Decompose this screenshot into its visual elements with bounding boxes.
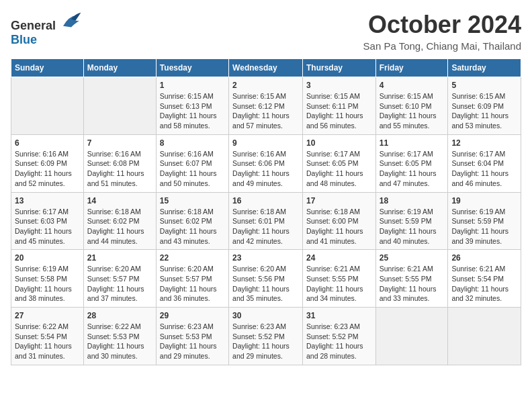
day-number: 1 <box>160 81 225 90</box>
day-number: 5 <box>451 81 517 90</box>
day-number: 27 <box>15 311 80 320</box>
day-number: 23 <box>232 253 299 263</box>
day-info: Sunrise: 6:21 AM Sunset: 5:55 PM Dayligh… <box>306 264 372 304</box>
calendar-cell: 12Sunrise: 6:17 AM Sunset: 6:04 PM Dayli… <box>448 134 521 192</box>
day-number: 11 <box>380 138 445 148</box>
calendar-cell: 18Sunrise: 6:19 AM Sunset: 5:59 PM Dayli… <box>375 192 448 250</box>
day-info: Sunrise: 6:17 AM Sunset: 6:04 PM Dayligh… <box>451 149 517 189</box>
calendar-cell: 26Sunrise: 6:21 AM Sunset: 5:54 PM Dayli… <box>448 250 521 308</box>
day-info: Sunrise: 6:15 AM Sunset: 6:12 PM Dayligh… <box>232 91 299 131</box>
logo-bird-icon <box>60 11 82 30</box>
day-info: Sunrise: 6:16 AM Sunset: 6:08 PM Dayligh… <box>87 149 152 189</box>
calendar-day-header: Thursday <box>302 59 375 77</box>
day-info: Sunrise: 6:18 AM Sunset: 6:01 PM Dayligh… <box>232 207 299 246</box>
calendar-cell: 2Sunrise: 6:15 AM Sunset: 6:12 PM Daylig… <box>229 77 303 135</box>
day-number: 8 <box>160 138 225 148</box>
calendar-cell <box>375 308 448 365</box>
day-number: 24 <box>306 253 372 263</box>
day-info: Sunrise: 6:18 AM Sunset: 6:02 PM Dayligh… <box>160 207 225 246</box>
calendar-cell: 24Sunrise: 6:21 AM Sunset: 5:55 PM Dayli… <box>302 250 375 308</box>
calendar-cell: 8Sunrise: 6:16 AM Sunset: 6:07 PM Daylig… <box>156 134 228 192</box>
calendar-cell: 1Sunrise: 6:15 AM Sunset: 6:13 PM Daylig… <box>156 77 228 135</box>
calendar-week-row: 1Sunrise: 6:15 AM Sunset: 6:13 PM Daylig… <box>11 77 521 135</box>
day-number: 26 <box>451 253 517 263</box>
calendar-cell: 14Sunrise: 6:18 AM Sunset: 6:02 PM Dayli… <box>83 192 156 250</box>
day-number: 9 <box>232 138 299 148</box>
day-info: Sunrise: 6:18 AM Sunset: 6:00 PM Dayligh… <box>306 207 372 246</box>
calendar-cell: 28Sunrise: 6:22 AM Sunset: 5:53 PM Dayli… <box>83 308 156 365</box>
calendar-cell: 7Sunrise: 6:16 AM Sunset: 6:08 PM Daylig… <box>83 134 156 192</box>
title-block: October 2024 San Pa Tong, Chiang Mai, Th… <box>363 11 521 52</box>
day-info: Sunrise: 6:21 AM Sunset: 5:54 PM Dayligh… <box>451 264 517 304</box>
logo: General Blue <box>11 11 82 47</box>
calendar-cell: 6Sunrise: 6:16 AM Sunset: 6:09 PM Daylig… <box>11 134 84 192</box>
day-info: Sunrise: 6:17 AM Sunset: 6:05 PM Dayligh… <box>380 149 445 189</box>
day-number: 14 <box>87 196 152 205</box>
day-number: 3 <box>306 81 372 90</box>
day-info: Sunrise: 6:20 AM Sunset: 5:57 PM Dayligh… <box>160 264 225 304</box>
day-info: Sunrise: 6:18 AM Sunset: 6:02 PM Dayligh… <box>87 207 152 246</box>
day-info: Sunrise: 6:15 AM Sunset: 6:09 PM Dayligh… <box>451 91 517 131</box>
month-title: October 2024 <box>363 11 521 39</box>
day-info: Sunrise: 6:15 AM Sunset: 6:11 PM Dayligh… <box>306 91 372 131</box>
page-header: General Blue October 2024 San Pa Tong, C… <box>11 11 521 52</box>
calendar-week-row: 13Sunrise: 6:17 AM Sunset: 6:03 PM Dayli… <box>11 192 521 250</box>
day-info: Sunrise: 6:21 AM Sunset: 5:55 PM Dayligh… <box>380 264 445 304</box>
calendar-cell: 19Sunrise: 6:19 AM Sunset: 5:59 PM Dayli… <box>448 192 521 250</box>
day-info: Sunrise: 6:19 AM Sunset: 5:59 PM Dayligh… <box>380 207 445 246</box>
calendar-cell: 16Sunrise: 6:18 AM Sunset: 6:01 PM Dayli… <box>229 192 303 250</box>
day-info: Sunrise: 6:16 AM Sunset: 6:09 PM Dayligh… <box>15 149 80 189</box>
day-info: Sunrise: 6:20 AM Sunset: 5:57 PM Dayligh… <box>87 264 152 304</box>
calendar-day-header: Tuesday <box>156 59 228 77</box>
day-info: Sunrise: 6:17 AM Sunset: 6:05 PM Dayligh… <box>306 149 372 189</box>
day-number: 10 <box>306 138 372 148</box>
calendar-cell: 20Sunrise: 6:19 AM Sunset: 5:58 PM Dayli… <box>11 250 84 308</box>
day-number: 20 <box>15 253 80 263</box>
day-number: 4 <box>380 81 445 90</box>
day-number: 12 <box>451 138 517 148</box>
day-number: 29 <box>160 311 225 320</box>
logo-general-text: General <box>11 19 56 32</box>
calendar-week-row: 6Sunrise: 6:16 AM Sunset: 6:09 PM Daylig… <box>11 134 521 192</box>
calendar-cell: 31Sunrise: 6:23 AM Sunset: 5:52 PM Dayli… <box>302 308 375 365</box>
calendar-cell: 4Sunrise: 6:15 AM Sunset: 6:10 PM Daylig… <box>375 77 448 135</box>
calendar-table: SundayMondayTuesdayWednesdayThursdayFrid… <box>11 58 521 365</box>
calendar-cell <box>11 77 84 135</box>
day-info: Sunrise: 6:16 AM Sunset: 6:07 PM Dayligh… <box>160 149 225 189</box>
day-number: 31 <box>306 311 372 320</box>
day-number: 7 <box>87 138 152 148</box>
day-number: 22 <box>160 253 225 263</box>
calendar-week-row: 20Sunrise: 6:19 AM Sunset: 5:58 PM Dayli… <box>11 250 521 308</box>
day-info: Sunrise: 6:23 AM Sunset: 5:52 PM Dayligh… <box>306 322 372 361</box>
day-number: 25 <box>380 253 445 263</box>
calendar-cell: 22Sunrise: 6:20 AM Sunset: 5:57 PM Dayli… <box>156 250 228 308</box>
day-info: Sunrise: 6:22 AM Sunset: 5:54 PM Dayligh… <box>15 322 80 361</box>
calendar-cell: 21Sunrise: 6:20 AM Sunset: 5:57 PM Dayli… <box>83 250 156 308</box>
day-info: Sunrise: 6:17 AM Sunset: 6:03 PM Dayligh… <box>15 207 80 246</box>
calendar-cell <box>83 77 156 135</box>
day-number: 15 <box>160 196 225 205</box>
day-number: 19 <box>451 196 517 205</box>
day-number: 21 <box>87 253 152 263</box>
day-info: Sunrise: 6:20 AM Sunset: 5:56 PM Dayligh… <box>232 264 299 304</box>
calendar-day-header: Friday <box>375 59 448 77</box>
calendar-day-header: Monday <box>83 59 156 77</box>
calendar-cell: 17Sunrise: 6:18 AM Sunset: 6:00 PM Dayli… <box>302 192 375 250</box>
calendar-cell: 10Sunrise: 6:17 AM Sunset: 6:05 PM Dayli… <box>302 134 375 192</box>
calendar-cell: 23Sunrise: 6:20 AM Sunset: 5:56 PM Dayli… <box>229 250 303 308</box>
day-info: Sunrise: 6:22 AM Sunset: 5:53 PM Dayligh… <box>87 322 152 361</box>
day-info: Sunrise: 6:23 AM Sunset: 5:52 PM Dayligh… <box>232 322 299 361</box>
day-number: 30 <box>232 311 299 320</box>
day-number: 2 <box>232 81 299 90</box>
calendar-cell: 29Sunrise: 6:23 AM Sunset: 5:53 PM Dayli… <box>156 308 228 365</box>
calendar-cell: 25Sunrise: 6:21 AM Sunset: 5:55 PM Dayli… <box>375 250 448 308</box>
calendar-header-row: SundayMondayTuesdayWednesdayThursdayFrid… <box>11 59 521 77</box>
logo-blue-text: Blue <box>11 33 37 47</box>
calendar-cell: 30Sunrise: 6:23 AM Sunset: 5:52 PM Dayli… <box>229 308 303 365</box>
location-text: San Pa Tong, Chiang Mai, Thailand <box>363 40 521 52</box>
calendar-cell: 13Sunrise: 6:17 AM Sunset: 6:03 PM Dayli… <box>11 192 84 250</box>
day-info: Sunrise: 6:19 AM Sunset: 5:58 PM Dayligh… <box>15 264 80 304</box>
day-number: 18 <box>380 196 445 205</box>
calendar-cell: 5Sunrise: 6:15 AM Sunset: 6:09 PM Daylig… <box>448 77 521 135</box>
calendar-day-header: Sunday <box>11 59 84 77</box>
